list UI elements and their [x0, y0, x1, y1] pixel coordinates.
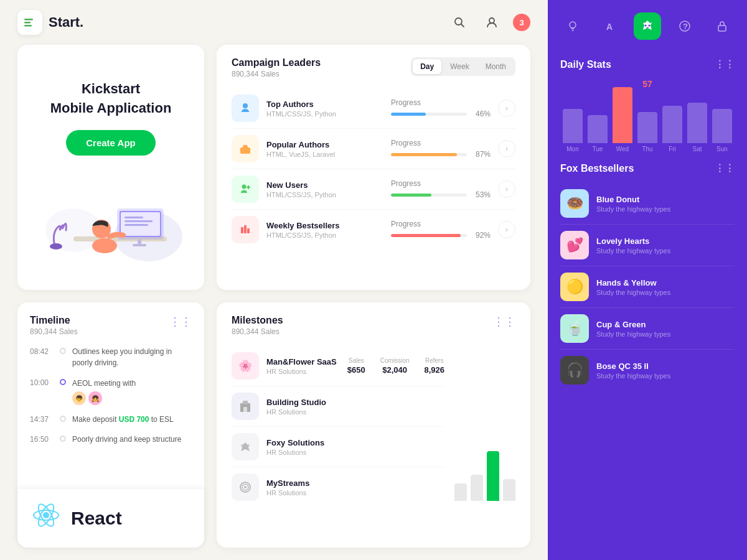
svg-point-22 — [242, 185, 247, 189]
timeline-dot-1650 — [60, 436, 66, 442]
progress-pct-4: 92% — [472, 231, 491, 240]
tab-day[interactable]: Day — [413, 59, 441, 74]
timeline-dot-0842 — [60, 348, 66, 354]
timeline-time-1437: 14:37 — [30, 415, 54, 424]
nav-icon-alpha[interactable]: A — [596, 12, 624, 40]
bar-label-wed: Wed — [616, 146, 629, 152]
stat-refers-value: 8,926 — [424, 365, 444, 375]
new-users-progress: Progress 53% — [391, 179, 491, 199]
milestones-list: 🌸 Man&Flower SaaS HR Solutions Sales $65… — [232, 346, 444, 507]
svg-rect-34 — [243, 407, 247, 412]
timeline-dot-1000 — [60, 379, 66, 385]
bestseller-cup-green[interactable]: 🍵 Cup & Green Study the highway types — [560, 308, 735, 350]
campaign-subtitle: 890,344 Sales — [232, 70, 321, 78]
timeline-time-0842: 08:42 — [30, 347, 54, 356]
timeline-content-1000: AEOL meeting with 👦 👧 — [72, 377, 136, 405]
blue-donut-sub: Study the highway types — [596, 205, 735, 213]
timeline-item-1000: 10:00 AEOL meeting with 👦 👧 — [30, 377, 192, 405]
timeline-more-icon[interactable]: ⋮⋮ — [169, 315, 192, 329]
progress-bar-bg-4 — [391, 234, 467, 237]
bar-fri — [662, 106, 682, 143]
app-title: Start. — [49, 14, 83, 30]
bar-1 — [454, 483, 467, 501]
svg-rect-26 — [244, 225, 247, 233]
campaign-row-popular-authors: Popular Authors HTML, VueJS, Laravel Pro… — [232, 129, 515, 169]
top-authors-tags: HTML/CSS/JS, Python — [266, 110, 383, 118]
weekly-tags: HTML/CSS/JS, Python — [266, 231, 383, 239]
svg-rect-13 — [125, 224, 148, 226]
nav-icon-fox[interactable] — [634, 12, 661, 40]
popular-authors-chevron[interactable]: › — [498, 140, 515, 157]
weekly-chevron[interactable]: › — [498, 221, 515, 238]
building-name: Building Studio — [266, 398, 444, 407]
progress-pct-3: 53% — [472, 190, 491, 199]
stat-commission: Comission $2,040 — [380, 357, 410, 375]
fox-bestsellers-section: Fox Bestsellers ⋮⋮ 🍩 Blue Donut Study th… — [560, 162, 735, 391]
milestone-row-manflower: 🌸 Man&Flower SaaS HR Solutions Sales $65… — [232, 346, 444, 386]
main-area: Start. 3 Kickstart Mobile Application Cr… — [0, 0, 548, 560]
progress-label-2: Progress — [391, 139, 491, 147]
bar-label-mon: Mon — [566, 146, 578, 152]
bestseller-lovely-hearts[interactable]: 💕 Lovely Hearts Study the highway types — [560, 225, 735, 266]
new-users-avatar — [232, 175, 259, 203]
bar-col-wed: Wed — [613, 87, 632, 152]
bestseller-blue-donut[interactable]: 🍩 Blue Donut Study the highway types — [560, 183, 735, 225]
bar-mon — [563, 109, 583, 143]
bestseller-hands-yellow[interactable]: 🟡 Hands & Yellow Study the highway types — [560, 266, 735, 308]
campaign-header: Campaign Leaders 890,344 Sales Day Week … — [232, 57, 515, 78]
milestones-more-icon[interactable]: ⋮⋮ — [493, 315, 515, 329]
react-logo-icon — [30, 499, 62, 538]
bose-sub: Study the highway types — [596, 372, 735, 380]
tab-week[interactable]: Week — [443, 59, 476, 74]
blue-donut-info: Blue Donut Study the highway types — [596, 195, 735, 213]
building-avatar — [232, 393, 259, 420]
svg-rect-44 — [718, 26, 726, 31]
hero-illustration — [36, 174, 186, 261]
progress-pct-1: 46% — [472, 110, 491, 118]
react-card: React — [17, 489, 204, 548]
mystreams-name: MyStreams — [266, 478, 444, 488]
notification-badge[interactable]: 3 — [513, 14, 530, 31]
nav-icon-lock[interactable] — [708, 12, 736, 40]
manflower-avatar: 🌸 — [232, 352, 259, 380]
campaign-tab-group: Day Week Month — [411, 57, 515, 76]
stat-sales-label: Sales — [347, 357, 365, 364]
bose-info: Bose QC 35 II Study the highway types — [596, 362, 735, 380]
new-users-chevron[interactable]: › — [498, 180, 515, 198]
stat-commission-label: Comission — [380, 357, 410, 364]
weekly-progress: Progress 92% — [391, 220, 491, 240]
bestseller-bose[interactable]: 🎧 Bose QC 35 II Study the highway types — [560, 350, 735, 391]
cup-green-name: Cup & Green — [596, 320, 735, 329]
user-icon[interactable] — [481, 11, 503, 34]
svg-rect-21 — [243, 145, 248, 149]
timeline-title: Timeline — [30, 315, 78, 326]
svg-rect-25 — [241, 227, 243, 233]
building-info: Building Studio HR Solutions — [266, 398, 444, 416]
fox-bestsellers-more[interactable]: ⋮⋮ — [715, 162, 735, 174]
stat-refers: Refers 8,926 — [424, 357, 444, 375]
svg-text:?: ? — [683, 22, 688, 31]
create-app-button[interactable]: Create App — [66, 130, 155, 156]
tab-month[interactable]: Month — [478, 59, 514, 74]
campaign-title-area: Campaign Leaders 890,344 Sales — [232, 57, 321, 78]
progress-row-1: 46% — [391, 110, 491, 118]
nav-icon-bulb[interactable] — [559, 12, 586, 40]
fox-bestsellers-title: Fox Bestsellers — [560, 163, 634, 174]
top-authors-chevron[interactable]: › — [498, 100, 515, 117]
nav-icon-question[interactable]: ? — [671, 12, 698, 40]
daily-stats-title: Daily Stats — [560, 59, 611, 70]
header: Start. 3 — [0, 0, 548, 45]
bar-label-sun: Sun — [716, 146, 728, 152]
manflower-info: Man&Flower SaaS HR Solutions — [266, 357, 340, 375]
new-users-info: New Users HTML/CSS/JS, Python — [266, 180, 383, 198]
search-icon[interactable] — [448, 11, 471, 34]
deposit-highlight: USD 700 — [119, 415, 149, 424]
daily-stats-more[interactable]: ⋮⋮ — [715, 58, 735, 70]
timeline-text-1650: Poorly driving and keep structure — [72, 434, 181, 445]
milestone-row-foxy: Foxy Solutions HR Solutions — [232, 427, 444, 467]
campaign-row-top-authors: Top Authors HTML/CSS/JS, Python Progress… — [232, 88, 515, 129]
right-sidebar: A ? Daily Stats ⋮⋮ 57 — [548, 0, 747, 560]
timeline-header: Timeline 890,344 Sales ⋮⋮ — [30, 315, 192, 336]
blue-donut-img: 🍩 — [560, 189, 589, 218]
milestones-header: Milestones 890,344 Sales ⋮⋮ — [232, 315, 515, 336]
